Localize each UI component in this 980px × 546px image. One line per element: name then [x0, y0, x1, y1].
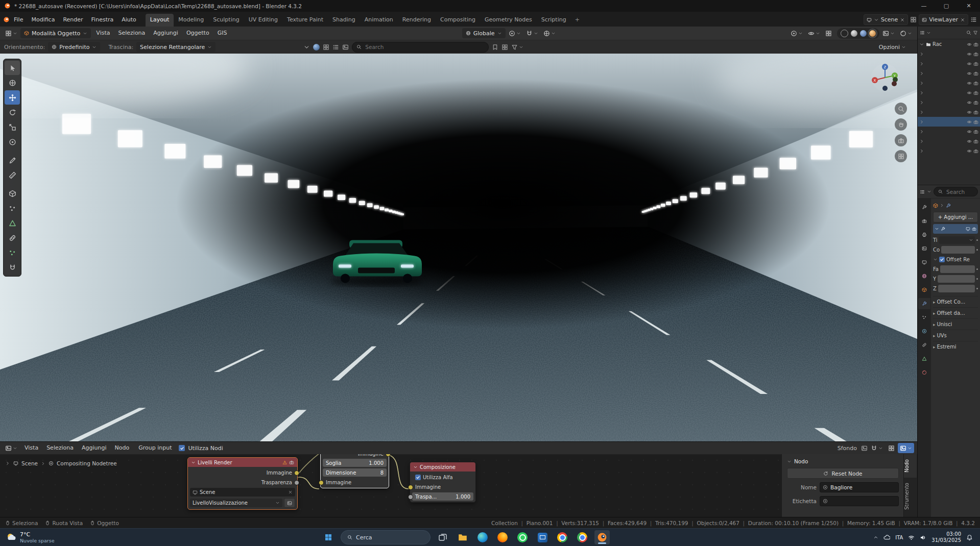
reset-node-button[interactable]: Reset Node [787, 468, 899, 479]
node-menu-0[interactable]: Vista [20, 442, 42, 455]
eye-icon[interactable] [967, 148, 972, 154]
options-dropdown[interactable]: Opzioni [879, 44, 906, 51]
viewport-menu-4[interactable]: GIS [213, 27, 231, 40]
show-overlays-toggle[interactable] [806, 28, 822, 38]
node-menu-2[interactable]: Aggiungi [78, 442, 111, 455]
tab-tool[interactable] [918, 202, 930, 213]
display-grid-icon[interactable] [501, 44, 508, 51]
tool-annotate-button[interactable] [5, 153, 20, 167]
outliner-row[interactable] [918, 68, 980, 78]
maximize-button[interactable]: ▢ [935, 0, 958, 12]
xray-toggle[interactable] [823, 28, 834, 38]
tab-particles[interactable] [918, 312, 930, 323]
eye-icon[interactable] [967, 129, 972, 134]
chrome-profile-button[interactable] [575, 530, 590, 544]
edge-button[interactable] [475, 530, 490, 544]
language-indicator[interactable]: ITA [895, 535, 903, 540]
tab-nodo[interactable]: Nodo [904, 454, 917, 478]
tab-output[interactable] [918, 229, 930, 240]
chevron-right-icon[interactable] [919, 90, 924, 95]
viewlayer-settings-icon[interactable] [970, 16, 977, 23]
start-button[interactable] [321, 530, 336, 544]
breadcrumb-nodetree[interactable]: Compositing Nodetree [57, 460, 117, 466]
render-visibility-icon[interactable] [973, 119, 978, 125]
chevron-down-icon[interactable] [926, 31, 931, 35]
modifier-header[interactable] [933, 224, 978, 234]
chevron-right-icon[interactable] [919, 52, 924, 57]
tool-cursor-button[interactable] [5, 76, 20, 90]
viewport-menu-0[interactable]: Vista [92, 27, 114, 40]
outliner-row[interactable] [918, 59, 980, 68]
eye-icon[interactable] [967, 52, 972, 57]
volume-icon[interactable] [920, 534, 926, 541]
workspace-tab-3[interactable]: UV Editing [244, 14, 282, 27]
viewport-menu-3[interactable]: Oggetto [182, 27, 213, 40]
outliner-row[interactable] [918, 117, 980, 127]
snap-toggle[interactable] [524, 28, 540, 38]
chevron-down-icon[interactable] [919, 42, 924, 47]
chevron-down-icon[interactable] [935, 227, 939, 231]
tab-physics[interactable] [918, 326, 930, 337]
node-glare[interactable]: Immagine Soglia 1.000 Dimensione 8 [320, 454, 389, 488]
viewlayer-selector[interactable]: ViewLayer [919, 14, 968, 25]
eye-icon[interactable] [967, 139, 972, 144]
eye-icon[interactable] [967, 71, 972, 76]
eye-icon[interactable] [967, 110, 972, 115]
file-explorer-button[interactable] [455, 530, 470, 544]
eye-icon[interactable] [967, 100, 972, 105]
input-image[interactable]: Immagine [323, 478, 387, 486]
tool-rotate-button[interactable] [5, 105, 20, 119]
properties-editor-icon[interactable] [920, 189, 925, 194]
factor-y-field[interactable] [938, 275, 975, 283]
modifier-panel-0[interactable]: Offset Co... [933, 296, 978, 307]
tab-object[interactable] [918, 284, 930, 295]
eye-icon[interactable] [967, 90, 972, 95]
tab-data[interactable] [918, 353, 930, 364]
chevron-right-icon[interactable] [919, 100, 924, 105]
tool-extra-2-button[interactable] [5, 231, 20, 245]
breadcrumb-scene[interactable]: Scene [21, 460, 38, 466]
socket-alpha[interactable] [294, 480, 299, 485]
use-alpha-checkbox[interactable] [415, 475, 421, 480]
workspace-tab-9[interactable]: Geometry Nodes [480, 14, 537, 27]
modifier-panel-3[interactable]: UVs [933, 330, 978, 341]
orientation-dropdown[interactable]: Globale [462, 28, 506, 38]
tool-move-button[interactable] [5, 90, 20, 105]
chevron-right-icon[interactable] [919, 110, 924, 115]
threshold-slider[interactable]: Soglia 1.000 [323, 459, 387, 467]
node-panel-header[interactable]: Nodo [787, 458, 899, 464]
pan-button[interactable] [895, 118, 907, 131]
render-icon[interactable] [972, 227, 976, 231]
close-icon[interactable] [288, 490, 293, 494]
use-alpha-row[interactable]: Utilizza Alfa [412, 473, 473, 481]
search-icon[interactable] [966, 30, 971, 35]
workspace-tab-8[interactable]: Compositing [436, 14, 480, 27]
whatsapp-button[interactable] [515, 530, 530, 544]
tab-material[interactable] [918, 367, 930, 378]
outliner-row[interactable] [918, 146, 980, 156]
mode-dropdown[interactable]: Modalità Oggetto [20, 28, 91, 38]
tab-render[interactable] [918, 215, 930, 227]
minimize-button[interactable]: — [913, 0, 935, 12]
factor-z-field[interactable] [938, 285, 975, 292]
add-modifier-button[interactable]: + Aggiungi ... [933, 212, 978, 222]
output-alpha[interactable]: Trasparenza [190, 478, 295, 486]
asset-grid-icon[interactable] [323, 44, 329, 51]
weather-widget[interactable]: 7°C Nuvole sparse [0, 529, 61, 546]
chevron-right-icon[interactable] [919, 81, 924, 86]
chevron-down-icon[interactable] [303, 44, 310, 51]
render-visibility-icon[interactable] [973, 129, 978, 134]
factor-x-field[interactable] [940, 265, 975, 273]
count-field[interactable] [941, 246, 975, 254]
workspace-tab-5[interactable]: Shading [328, 14, 360, 27]
render-visibility-icon[interactable] [973, 139, 978, 144]
workspace-tab-2[interactable]: Sculpting [208, 14, 244, 27]
proportional-edit-toggle[interactable] [541, 28, 558, 38]
chevron-down-icon[interactable] [927, 189, 931, 194]
offset-relative-row[interactable]: Offset Re [933, 255, 978, 264]
pivot-dropdown[interactable] [507, 28, 523, 38]
outliner-row[interactable] [918, 107, 980, 117]
shading-material-button[interactable] [860, 30, 867, 37]
render-visibility-icon[interactable] [973, 100, 978, 105]
outliner-row-collection[interactable]: Rac [918, 39, 980, 49]
